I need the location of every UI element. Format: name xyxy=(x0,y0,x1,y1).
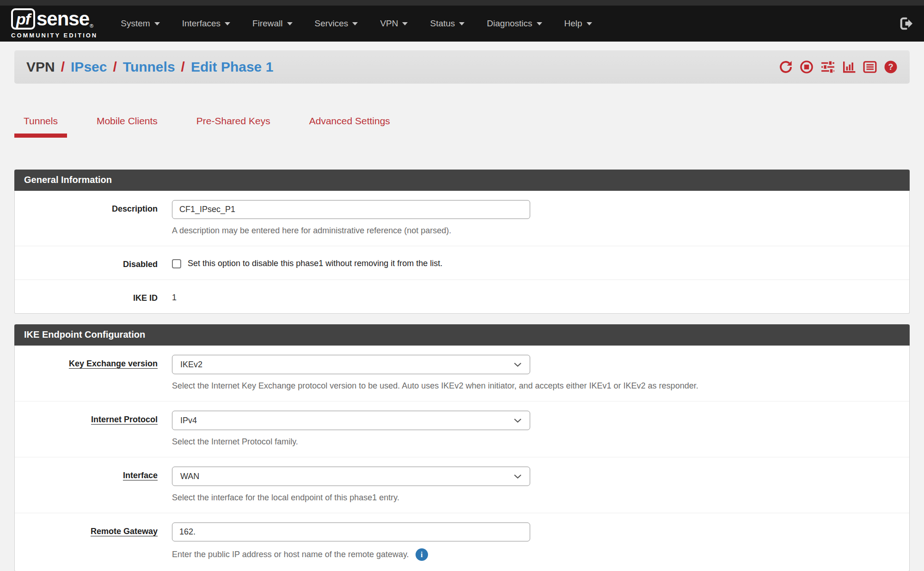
caret-down-icon xyxy=(225,22,230,25)
description-label: Description xyxy=(15,200,172,236)
info-icon[interactable]: i xyxy=(416,548,428,561)
breadcrumb-separator: / xyxy=(113,59,116,75)
chevron-down-icon xyxy=(514,474,522,479)
registered-mark: ® xyxy=(90,23,93,29)
breadcrumb-ipsec-link[interactable]: IPsec xyxy=(71,59,107,75)
chevron-down-icon xyxy=(514,418,522,423)
tab-mobile-clients[interactable]: Mobile Clients xyxy=(87,115,167,138)
key-exchange-label: Key Exchange version xyxy=(15,355,172,391)
description-row: Description A description may be entered… xyxy=(15,191,909,246)
ike-id-row: IKE ID 1 xyxy=(15,279,909,313)
interface-select[interactable]: WAN xyxy=(172,467,530,486)
key-exchange-help: Select the Internet Key Exchange protoco… xyxy=(172,381,895,391)
pf-logo-box: pf xyxy=(11,8,35,30)
caret-down-icon xyxy=(154,22,160,25)
disabled-row: Disabled Set this option to disable this… xyxy=(15,246,909,279)
interface-row: Interface WAN Select the interface for t… xyxy=(15,457,909,513)
ike-endpoint-panel: IKE Endpoint Configuration Key Exchange … xyxy=(14,324,910,571)
pfsense-logo[interactable]: pf sense ® COMMUNITY EDITION xyxy=(11,8,98,39)
bar-chart-icon[interactable] xyxy=(842,60,856,74)
caret-down-icon xyxy=(287,22,293,25)
stop-circle-icon[interactable] xyxy=(800,60,814,74)
breadcrumb-tunnels-link[interactable]: Tunnels xyxy=(123,59,175,75)
logo-sense-text: sense xyxy=(37,9,89,29)
caret-down-icon xyxy=(402,22,408,25)
titlebar: VPN / IPsec / Tunnels / Edit Phase 1 xyxy=(14,50,910,84)
navbar: pf sense ® COMMUNITY EDITION System Inte… xyxy=(0,6,924,42)
menu-firewall[interactable]: Firewall xyxy=(241,18,303,29)
caret-down-icon xyxy=(459,22,465,25)
top-strip xyxy=(0,0,924,6)
sliders-icon[interactable] xyxy=(820,60,835,74)
breadcrumb: VPN / IPsec / Tunnels / Edit Phase 1 xyxy=(26,59,273,75)
remote-gateway-label: Remote Gateway xyxy=(15,522,172,561)
help-question-icon[interactable]: ? xyxy=(884,60,898,74)
panel-title-general: General Information xyxy=(14,170,910,191)
main-menu: System Interfaces Firewall Services VPN … xyxy=(110,18,603,29)
breadcrumb-edit-phase1-link[interactable]: Edit Phase 1 xyxy=(191,59,273,75)
internet-protocol-row: Internet Protocol IPv4 Select the Intern… xyxy=(15,401,909,457)
ike-id-value: 1 xyxy=(172,289,895,303)
menu-status[interactable]: Status xyxy=(419,18,476,29)
internet-protocol-help: Select the Internet Protocol family. xyxy=(172,437,895,447)
remote-gateway-input[interactable] xyxy=(172,522,530,541)
internet-protocol-select[interactable]: IPv4 xyxy=(172,411,530,430)
menu-services[interactable]: Services xyxy=(304,18,369,29)
disabled-checkbox-label: Set this option to disable this phase1 w… xyxy=(188,259,442,268)
panel-title-ike-endpoint: IKE Endpoint Configuration xyxy=(14,324,910,346)
menu-diagnostics[interactable]: Diagnostics xyxy=(476,18,553,29)
remote-gateway-help: Enter the public IP address or host name… xyxy=(172,548,895,561)
general-information-panel: General Information Description A descri… xyxy=(14,170,910,314)
title-action-icons: ? xyxy=(779,60,898,74)
tab-bar: Tunnels Mobile Clients Pre-Shared Keys A… xyxy=(14,115,910,138)
breadcrumb-vpn: VPN xyxy=(26,59,55,75)
description-input[interactable] xyxy=(172,200,530,219)
menu-interfaces[interactable]: Interfaces xyxy=(171,18,241,29)
interface-help: Select the interface for the local endpo… xyxy=(172,493,895,503)
key-exchange-row: Key Exchange version IKEv2 Select the In… xyxy=(15,346,909,401)
menu-help[interactable]: Help xyxy=(553,18,603,29)
key-exchange-select[interactable]: IKEv2 xyxy=(172,355,530,374)
refresh-icon[interactable] xyxy=(779,60,793,74)
sign-out-icon[interactable] xyxy=(898,16,914,31)
caret-down-icon xyxy=(587,22,592,25)
disabled-label: Disabled xyxy=(15,255,172,269)
tab-pre-shared-keys[interactable]: Pre-Shared Keys xyxy=(187,115,280,138)
breadcrumb-separator: / xyxy=(61,59,65,75)
tab-advanced-settings[interactable]: Advanced Settings xyxy=(300,115,399,138)
interface-label: Interface xyxy=(15,467,172,503)
breadcrumb-separator: / xyxy=(181,59,185,75)
remote-gateway-row: Remote Gateway Enter the public IP addre… xyxy=(15,513,909,571)
internet-protocol-label: Internet Protocol xyxy=(15,411,172,447)
caret-down-icon xyxy=(352,22,358,25)
tab-tunnels[interactable]: Tunnels xyxy=(14,115,67,138)
ike-id-label: IKE ID xyxy=(15,289,172,303)
logo-edition-text: COMMUNITY EDITION xyxy=(11,32,98,39)
svg-text:?: ? xyxy=(888,62,893,72)
menu-vpn[interactable]: VPN xyxy=(369,18,419,29)
caret-down-icon xyxy=(537,22,542,25)
log-list-icon[interactable] xyxy=(863,60,877,74)
disabled-checkbox[interactable] xyxy=(172,259,181,268)
menu-system[interactable]: System xyxy=(110,18,171,29)
chevron-down-icon xyxy=(514,362,522,367)
description-help: A description may be entered here for ad… xyxy=(172,226,895,236)
